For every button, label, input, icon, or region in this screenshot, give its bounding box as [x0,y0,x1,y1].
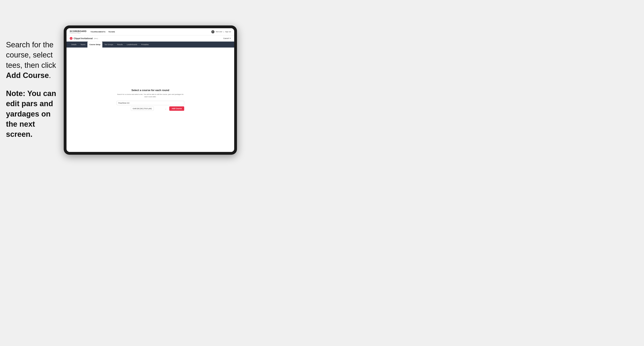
tab-printables[interactable]: Printables [139,41,151,47]
tournament-badge: (Men) [94,38,98,39]
user-avatar: T [211,30,214,33]
tee-row: Gold (M) (M) (7010 yds) Add Course [116,106,184,111]
tab-leaderboards[interactable]: Leaderboards [125,41,139,47]
nav-teams[interactable]: TEAMS [108,31,115,33]
tablet-device: SCOREBOARD Powered by clippd TOURNAMENTS… [64,25,237,155]
separator: | [224,31,224,33]
user-label: Test User [216,31,222,33]
instructions-panel: Search for the course, select tees, then… [6,40,60,148]
cancel-icon: ✕ [230,37,231,39]
cancel-button[interactable]: Cancel ✕ [223,37,231,39]
instruction-text: Search for the course, select tees, then… [6,40,60,81]
tournament-logo: C [70,37,72,40]
nav-tournaments[interactable]: TOURNAMENTS [90,31,105,33]
section-description: Search for a course and select a tee. Yo… [116,93,184,98]
tab-navigation: Details Teams Course Setup Tee Groups Re… [66,41,234,47]
sign-out-link[interactable]: Sign out [225,31,231,33]
add-course-button[interactable]: Add Course [169,106,184,111]
tablet-screen: SCOREBOARD Powered by clippd TOURNAMENTS… [66,28,234,152]
tee-select-wrapper: Gold (M) (M) (7010 yds) [116,106,168,111]
tab-tee-groups[interactable]: Tee Groups [102,41,115,47]
brand: SCOREBOARD Powered by clippd [70,30,86,34]
course-search-input[interactable] [116,101,184,105]
navbar: SCOREBOARD Powered by clippd TOURNAMENTS… [66,28,234,35]
tab-details[interactable]: Details [69,41,78,47]
tournament-name: Clippd Invitational [74,37,92,40]
brand-title: SCOREBOARD [70,30,86,32]
note-text: Note: You can edit pars and yardages on … [6,88,60,139]
tab-teams[interactable]: Teams [78,41,88,47]
tee-select[interactable]: Gold (M) (M) (7010 yds) [131,106,154,111]
tournament-header: C Clippd Invitational (Men) Cancel ✕ [66,35,234,41]
brand-sub: Powered by clippd [70,32,86,34]
section-title: Select a course for each round [116,89,184,92]
tab-results[interactable]: Results [115,41,125,47]
course-section: Select a course for each round Search fo… [116,89,184,111]
tournament-title-group: C Clippd Invitational (Men) [70,37,98,40]
navbar-user: T Test User | Sign out [211,30,231,33]
tab-course-setup[interactable]: Course Setup [88,41,102,47]
main-content: Select a course for each round Search fo… [66,47,234,152]
navbar-links: TOURNAMENTS TEAMS [90,31,211,33]
